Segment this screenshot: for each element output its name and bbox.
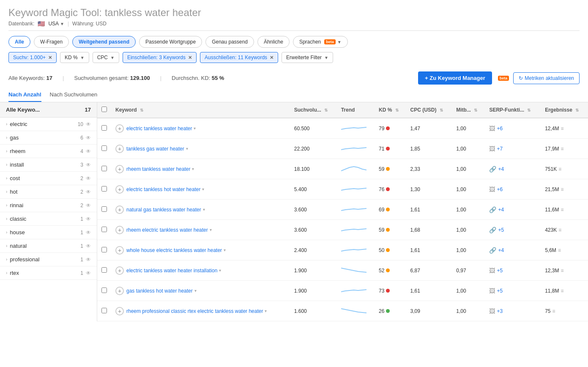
chevron-down-icon[interactable]: ▾ [186, 146, 188, 151]
eye-icon[interactable]: 👁 [86, 148, 91, 154]
keyword-link[interactable]: natural gas tankless water heater [126, 207, 201, 213]
nach-anzahl-tab[interactable]: Nach Anzahl [8, 88, 41, 102]
tab-alle[interactable]: Alle [8, 36, 30, 48]
add-keyword-button[interactable]: + [115, 287, 124, 295]
col-cpc[interactable]: CPC (USD) ⇅ [406, 102, 452, 118]
add-keyword-button[interactable]: + [115, 124, 124, 133]
add-keyword-button[interactable]: + [115, 185, 124, 194]
update-metrics-button[interactable]: ↻ Metriken aktualisieren [513, 72, 580, 84]
keyword-link[interactable]: tankless gas water heater [126, 146, 184, 152]
sidebar-item-rheem[interactable]: › rheem 4 👁 [0, 145, 97, 158]
keyword-link[interactable]: rheem tankless water heater [126, 166, 190, 172]
tab-weitgehend[interactable]: Weitgehend passend [72, 36, 136, 48]
keyword-link[interactable]: electric tankless water heater [126, 126, 192, 131]
eye-icon[interactable]: 👁 [86, 270, 91, 276]
keyword-link[interactable]: whole house electric tankless water heat… [126, 247, 222, 253]
eye-icon[interactable]: 👁 [86, 121, 91, 127]
tab-aehnliche[interactable]: Ähnliche [257, 36, 290, 48]
db-dropdown[interactable]: USA ▼ [48, 21, 64, 27]
eye-icon[interactable]: 👁 [86, 243, 91, 249]
sidebar-item-rinnai[interactable]: › rinnai 2 👁 [0, 199, 97, 212]
sidebar-item-gas[interactable]: › gas 6 👁 [0, 131, 97, 145]
add-keyword-button[interactable]: + [115, 246, 124, 255]
row-checkbox[interactable] [101, 206, 107, 212]
serp-plus[interactable]: +7 [497, 146, 503, 152]
chevron-down-icon[interactable]: ▾ [192, 167, 194, 171]
tab-genau[interactable]: Genau passend [205, 36, 254, 48]
chevron-down-icon[interactable]: ▾ [224, 248, 226, 252]
row-checkbox[interactable] [101, 166, 107, 171]
filter-chip-kd[interactable]: KD % ▼ [60, 52, 89, 63]
add-keyword-button[interactable]: + [115, 205, 124, 214]
close-icon[interactable]: ✕ [48, 55, 52, 60]
eye-icon[interactable]: 👁 [86, 189, 91, 195]
row-checkbox[interactable] [101, 288, 107, 293]
sidebar-item-classic[interactable]: › classic 1 👁 [0, 212, 97, 226]
col-kd[interactable]: KD % ⇅ [375, 102, 406, 118]
col-serp[interactable]: SERP-Funkti... ⇅ [485, 102, 541, 118]
keyword-link[interactable]: electric tankless water heater installat… [126, 268, 217, 274]
add-keyword-button[interactable]: + [115, 307, 124, 315]
add-keyword-button[interactable]: + [115, 266, 124, 275]
add-keyword-button[interactable]: + [115, 145, 124, 153]
sidebar-item-rtex[interactable]: › rtex 1 👁 [0, 266, 97, 280]
tab-wortgruppe[interactable]: Passende Wortgruppe [139, 36, 202, 48]
sidebar-item-electric[interactable]: › electric 10 👁 [0, 118, 97, 131]
close-icon[interactable]: ✕ [270, 55, 273, 60]
tab-w-fragen[interactable]: W-Fragen [34, 36, 69, 48]
serp-plus[interactable]: +4 [498, 166, 504, 172]
sidebar-item-install[interactable]: › install 3 👁 [0, 158, 97, 172]
col-mitb[interactable]: Mitb... ⇅ [452, 102, 485, 118]
filter-chip-cpc[interactable]: CPC ▼ [93, 52, 119, 63]
keyword-link[interactable]: electric tankless hot water heater [126, 186, 200, 192]
row-checkbox[interactable] [101, 145, 107, 151]
nach-suchvolumen-tab[interactable]: Nach Suchvolumen [50, 88, 98, 102]
add-keyword-button[interactable]: + [115, 165, 124, 173]
eye-icon[interactable]: 👁 [86, 135, 91, 141]
tab-sprachen[interactable]: Sprachen beta ▼ [293, 36, 348, 48]
sidebar-item-cost[interactable]: › cost 2 👁 [0, 172, 97, 185]
sidebar-item-professional[interactable]: › professional 1 👁 [0, 253, 97, 266]
chevron-down-icon[interactable]: ▾ [265, 309, 267, 313]
eye-icon[interactable]: 👁 [86, 216, 91, 222]
filter-chip-suchv[interactable]: Suchv: 1.000+ ✕ [8, 52, 57, 63]
row-checkbox[interactable] [101, 267, 107, 273]
row-checkbox[interactable] [101, 186, 107, 192]
serp-plus[interactable]: +6 [497, 126, 503, 131]
eye-icon[interactable]: 👁 [86, 162, 91, 168]
row-checkbox[interactable] [101, 308, 107, 313]
filter-chip-include[interactable]: Einschließen: 3 Keywords ✕ [123, 52, 197, 63]
eye-icon[interactable]: 👁 [86, 230, 91, 236]
eye-icon[interactable]: 👁 [86, 175, 91, 181]
serp-plus[interactable]: +5 [497, 268, 503, 274]
eye-icon[interactable]: 👁 [86, 257, 91, 263]
chevron-down-icon[interactable]: ▾ [194, 288, 197, 293]
sidebar-item-natural[interactable]: › natural 1 👁 [0, 239, 97, 253]
filter-chip-exclude[interactable]: Ausschließen: 11 Keywords ✕ [200, 52, 278, 63]
col-suchvolume[interactable]: Suchvolu... ⇅ [290, 102, 337, 118]
eye-icon[interactable]: 👁 [86, 203, 91, 208]
serp-plus[interactable]: +5 [498, 227, 504, 233]
keyword-link[interactable]: gas tankless hot water heater [126, 288, 193, 294]
row-checkbox[interactable] [101, 227, 107, 232]
col-keyword[interactable]: Keyword ⇅ [111, 102, 290, 118]
close-icon[interactable]: ✕ [188, 55, 192, 60]
chevron-down-icon[interactable]: ▾ [194, 126, 196, 131]
sidebar-item-hot[interactable]: › hot 2 👁 [0, 185, 97, 199]
serp-plus[interactable]: +4 [498, 247, 504, 253]
row-checkbox[interactable] [101, 247, 107, 252]
serp-plus[interactable]: +5 [497, 288, 503, 294]
serp-plus[interactable]: +4 [498, 207, 504, 213]
keyword-manager-button[interactable]: + Zu Keyword Manager [418, 71, 492, 85]
serp-plus[interactable]: +3 [497, 308, 503, 314]
filter-chip-advanced[interactable]: Erweiterte Filter ▼ [282, 52, 333, 63]
keyword-link[interactable]: rheem professional classic rtex electric… [126, 308, 263, 314]
chevron-down-icon[interactable]: ▾ [210, 227, 212, 232]
add-keyword-button[interactable]: + [115, 226, 124, 234]
select-all-checkbox[interactable] [101, 107, 107, 112]
chevron-down-icon[interactable]: ▾ [202, 187, 204, 192]
sidebar-item-house[interactable]: › house 1 👁 [0, 226, 97, 239]
keyword-link[interactable]: rheem electric tankless water heater [126, 227, 208, 233]
row-checkbox[interactable] [101, 125, 107, 131]
serp-plus[interactable]: +6 [497, 186, 503, 192]
